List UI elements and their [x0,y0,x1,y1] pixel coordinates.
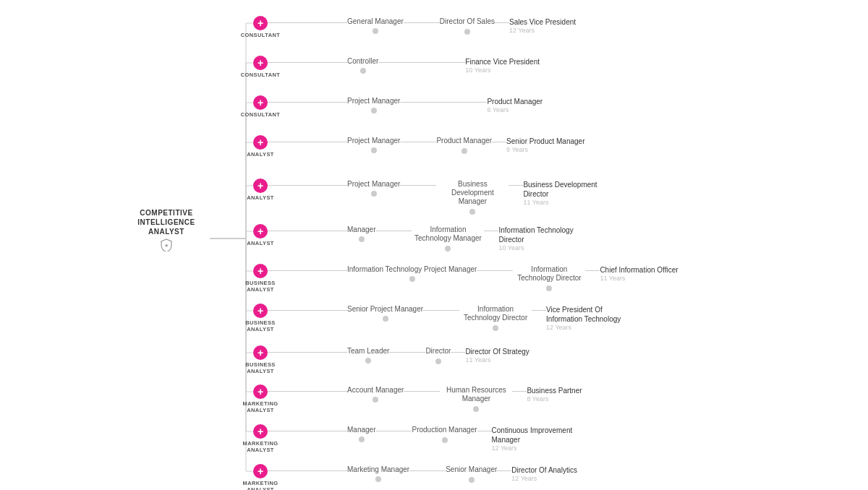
end-years-5: 11 Years [523,199,617,206]
line1-8 [268,310,347,311]
mid2-group-4: Product Manager [436,137,492,154]
end-title-5: Business Development Director [523,180,617,199]
end-node-8: Vice President Of Information Technology… [546,305,640,331]
line3-11 [477,431,492,431]
plus-button-4[interactable]: + [253,135,268,150]
mid2-label-7: Information Technology Director [513,265,585,283]
line3-10 [512,391,527,392]
mid2-group-1: Director Of Sales [440,17,495,35]
mid2-label-8: Information Technology Director [459,305,532,322]
end-node-5: Business Development Director 11 Years [523,180,617,206]
mid1-group-7: Information Technology Project Manager [347,265,477,282]
plus-button-9[interactable]: + [253,345,268,360]
start-role-2: CONSULTANT [241,72,281,78]
start-role-3: CONSULTANT [241,111,281,118]
mid2-label-6: Information Technology Manager [412,225,484,243]
line3-9 [451,352,465,353]
end-node-9: Director Of Strategy 11 Years [465,347,529,364]
end-node-11: Continuous Improvement Manager 12 Years [492,426,586,452]
line2-7 [477,270,513,271]
mid1-label-9: Team Leader [347,347,389,355]
plus-button-7[interactable]: + [253,264,268,278]
mid2-label-10: Human Resources Manager [440,386,512,403]
end-title-10: Business Partner [527,386,582,395]
start-role-9: BUSINESS ANALYST [245,361,276,374]
career-row-5: + ANALYST Project Manager Business Devel… [0,179,868,215]
end-node-4: Senior Product Manager 9 Years [506,137,584,153]
plus-button-5[interactable]: + [253,179,268,193]
end-node-12: Director Of Analytics 12 Years [511,465,577,482]
end-years-1: 12 Years [509,27,576,34]
line2-11 [375,431,412,431]
plus-button-6[interactable]: + [253,224,268,238]
end-node-7: Chief Information Officer 11 Years [600,265,678,282]
end-years-7: 11 Years [600,275,678,282]
mid2-label-5: Business Development Manager [436,180,509,206]
mid2-group-12: Senior Manager [446,465,497,483]
start-role-5: ANALYST [247,194,274,201]
plus-button-3[interactable]: + [253,95,268,110]
end-years-3: 6 Years [487,106,542,113]
line2-10 [404,391,440,392]
mid1-group-12: Marketing Manager [347,465,409,482]
line1-1 [268,22,347,23]
dot1-4 [371,147,377,153]
start-role-6: ANALYST [247,240,274,246]
start-node-6: + ANALYST [253,224,268,246]
start-role-8: BUSINESS ANALYST [245,319,276,332]
start-node-9: + BUSINESS ANALYST [253,345,268,374]
plus-button-11[interactable]: + [253,424,268,439]
career-row-6: + ANALYST Manager Information Technology… [0,224,868,252]
mid2-group-5: Business Development Manager [436,180,509,215]
line2-4 [400,142,436,142]
mid1-group-2: Controller [347,57,378,74]
end-title-2: Finance Vice President [465,57,540,66]
end-years-6: 10 Years [498,244,592,252]
mid1-label-2: Controller [347,57,378,65]
plus-button-1[interactable]: + [253,16,268,30]
dot2-9 [435,358,441,364]
plus-button-10[interactable]: + [253,384,268,399]
dot1-12 [375,476,381,482]
line1-9 [268,352,347,353]
line2-2 [378,62,465,63]
mid1-group-1: General Manager [347,17,404,34]
mid1-label-11: Manager [347,426,375,434]
mid1-group-4: Project Manager [347,137,400,153]
end-title-7: Chief Information Officer [600,265,678,275]
plus-button-8[interactable]: + [253,304,268,318]
dot1-5 [371,191,377,197]
career-row-10: + MARKETING ANALYST Account Manager Huma… [0,384,868,413]
mid1-group-11: Manager [347,426,375,442]
dot2-7 [546,285,552,291]
line2-3 [400,102,487,103]
line1-4 [268,142,347,142]
mid1-group-5: Project Manager [347,180,400,197]
line1-10 [268,391,347,392]
start-node-12: + MARKETING ANALYST [253,464,268,490]
line2-9 [389,352,425,353]
dot2-8 [493,325,498,331]
mid1-label-12: Marketing Manager [347,465,409,473]
dot1-3 [371,108,377,113]
start-node-4: + ANALYST [253,135,268,158]
mid1-group-6: Manager [347,225,375,242]
end-years-11: 12 Years [492,444,586,452]
start-role-1: CONSULTANT [241,32,281,38]
dot2-11 [442,437,448,443]
line1-7 [268,270,347,271]
start-node-7: + BUSINESS ANALYST [253,264,268,293]
line3-8 [532,310,546,311]
plus-button-12[interactable]: + [253,464,268,478]
dot1-1 [373,28,378,34]
plus-button-2[interactable]: + [253,56,268,70]
end-years-10: 8 Years [527,395,582,403]
start-node-2: + CONSULTANT [253,56,268,78]
line1-12 [268,470,347,471]
line1-3 [268,102,347,103]
line3-5 [509,185,523,186]
start-role-11: MARKETING ANALYST [243,440,278,453]
end-title-11: Continuous Improvement Manager [492,426,586,444]
end-title-1: Sales Vice President [509,17,576,27]
line3-1 [495,22,509,23]
